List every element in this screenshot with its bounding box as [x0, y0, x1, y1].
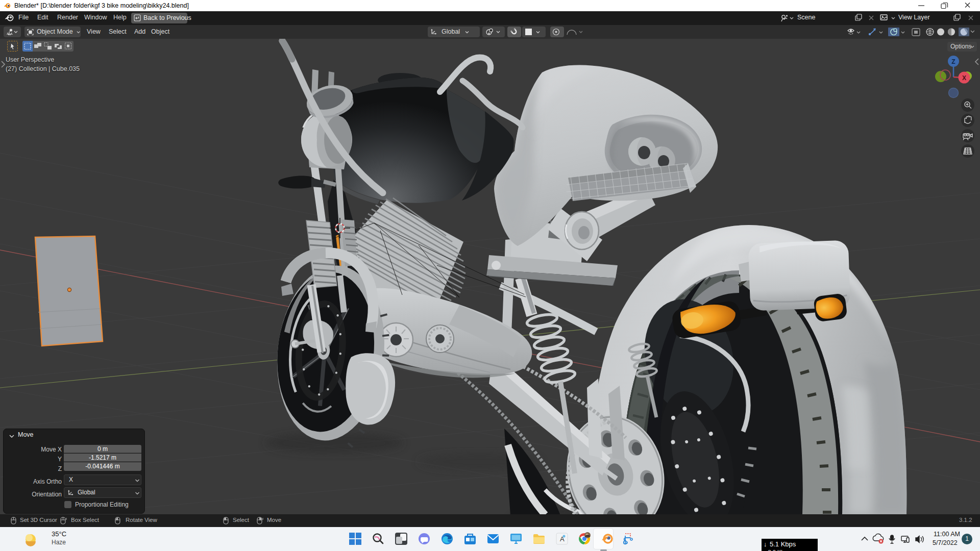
svg-text:A: A — [560, 535, 565, 543]
svg-text:Z: Z — [951, 58, 955, 65]
svg-text:X: X — [962, 74, 966, 82]
